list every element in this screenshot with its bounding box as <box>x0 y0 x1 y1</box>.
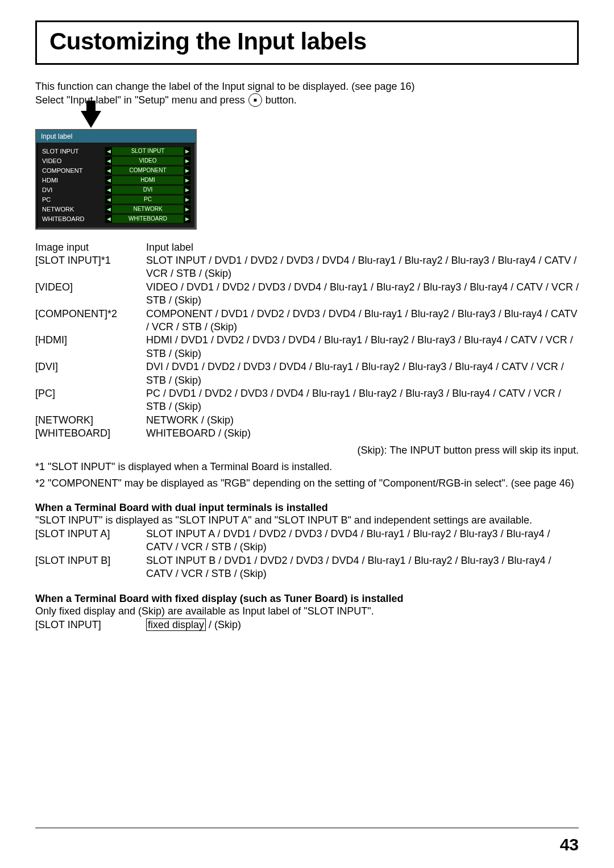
osd-value: VIDEO <box>112 157 184 165</box>
osd-value: NETWORK <box>112 205 184 213</box>
left-arrow-icon[interactable]: ◀ <box>105 215 112 223</box>
osd-title: Input label <box>36 130 196 143</box>
osd-value-pill[interactable]: ◀PC▶ <box>105 195 191 204</box>
row-key: [VIDEO] <box>35 281 146 308</box>
row-key: [SLOT INPUT] <box>35 618 146 632</box>
row-value: NETWORK / (Skip) <box>146 414 579 427</box>
osd-value-pill[interactable]: ◀WHITEBOARD▶ <box>105 214 191 223</box>
osd-row-name: COMPONENT <box>41 167 105 174</box>
osd-row: HDMI ◀HDMI▶ <box>41 176 191 185</box>
table-header-value: Input label <box>146 241 579 254</box>
table-row: [WHITEBOARD]WHITEBOARD / (Skip) <box>35 427 579 440</box>
osd-panel: Input label SLOT INPUT ◀SLOT INPUT▶ VIDE… <box>35 129 197 230</box>
intro-line-2b: button. <box>265 93 297 107</box>
osd-value: DVI <box>112 186 184 194</box>
osd-value: PC <box>112 196 184 203</box>
osd-value-pill[interactable]: ◀HDMI▶ <box>105 176 191 185</box>
input-label-table: Image input Input label [SLOT INPUT]*1SL… <box>35 241 579 441</box>
row-value: SLOT INPUT A / DVD1 / DVD2 / DVD3 / DVD4… <box>146 528 579 554</box>
table-row: [SLOT INPUT] fixed display / (Skip) <box>35 618 579 632</box>
osd-row: COMPONENT ◀COMPONENT▶ <box>41 166 191 175</box>
osd-value: SLOT INPUT <box>112 147 184 155</box>
row-key: [SLOT INPUT A] <box>35 528 146 554</box>
right-arrow-icon[interactable]: ▶ <box>184 176 190 184</box>
osd-row-name: HDMI <box>41 177 105 184</box>
fixed-display-heading: When a Terminal Board with fixed display… <box>35 593 579 605</box>
osd-row: PC ◀PC▶ <box>41 195 191 204</box>
osd-value-pill[interactable]: ◀SLOT INPUT▶ <box>105 147 191 156</box>
row-key: [PC] <box>35 387 146 414</box>
row-key: [NETWORK] <box>35 414 146 427</box>
intro-text: This function can change the label of th… <box>35 80 579 107</box>
action-button-icon <box>248 93 262 107</box>
osd-row: NETWORK ◀NETWORK▶ <box>41 205 191 214</box>
table-row: [SLOT INPUT B]SLOT INPUT B / DVD1 / DVD2… <box>35 554 579 581</box>
right-arrow-icon[interactable]: ▶ <box>184 186 190 194</box>
fixed-display-after: / (Skip) <box>206 619 241 630</box>
row-value: VIDEO / DVD1 / DVD2 / DVD3 / DVD4 / Blu-… <box>146 281 579 308</box>
row-value: SLOT INPUT / DVD1 / DVD2 / DVD3 / DVD4 /… <box>146 254 579 281</box>
row-value: fixed display / (Skip) <box>146 618 579 632</box>
table-header-key: Image input <box>35 241 146 254</box>
osd-row: DVI ◀DVI▶ <box>41 185 191 194</box>
osd-value-pill[interactable]: ◀COMPONENT▶ <box>105 166 191 175</box>
fixed-display-intro: Only fixed display and (Skip) are availa… <box>35 605 579 618</box>
row-key: [SLOT INPUT]*1 <box>35 254 146 281</box>
left-arrow-icon[interactable]: ◀ <box>105 176 112 184</box>
row-value: PC / DVD1 / DVD2 / DVD3 / DVD4 / Blu-ray… <box>146 387 579 414</box>
row-value: DVI / DVD1 / DVD2 / DVD3 / DVD4 / Blu-ra… <box>146 360 579 387</box>
row-key: [SLOT INPUT B] <box>35 554 146 581</box>
table-row: [SLOT INPUT A]SLOT INPUT A / DVD1 / DVD2… <box>35 528 579 554</box>
footer-rule <box>35 828 579 828</box>
down-arrow-icon <box>81 111 579 128</box>
osd-row-name: VIDEO <box>41 157 105 164</box>
osd-row: WHITEBOARD ◀WHITEBOARD▶ <box>41 214 191 223</box>
right-arrow-icon[interactable]: ▶ <box>184 196 190 203</box>
osd-value-pill[interactable]: ◀NETWORK▶ <box>105 205 191 214</box>
fixed-display-box: fixed display <box>146 618 206 632</box>
left-arrow-icon[interactable]: ◀ <box>105 205 112 213</box>
right-arrow-icon[interactable]: ▶ <box>184 205 190 213</box>
osd-row-name: PC <box>41 196 105 203</box>
right-arrow-icon[interactable]: ▶ <box>184 157 190 165</box>
table-row: [PC]PC / DVD1 / DVD2 / DVD3 / DVD4 / Blu… <box>35 387 579 414</box>
dual-input-intro: "SLOT INPUT" is displayed as "SLOT INPUT… <box>35 514 579 527</box>
osd-value: WHITEBOARD <box>112 215 184 223</box>
right-arrow-icon[interactable]: ▶ <box>184 215 190 223</box>
table-row: [VIDEO]VIDEO / DVD1 / DVD2 / DVD3 / DVD4… <box>35 281 579 308</box>
dual-input-heading: When a Terminal Board with dual input te… <box>35 502 579 514</box>
footnote-2: *2 "COMPONENT" may be displayed as "RGB"… <box>35 477 579 489</box>
table-row: [COMPONENT]*2COMPONENT / DVD1 / DVD2 / D… <box>35 308 579 334</box>
osd-row: SLOT INPUT ◀SLOT INPUT▶ <box>41 147 191 156</box>
left-arrow-icon[interactable]: ◀ <box>105 167 112 175</box>
row-value: HDMI / DVD1 / DVD2 / DVD3 / DVD4 / Blu-r… <box>146 334 579 360</box>
osd-body: SLOT INPUT ◀SLOT INPUT▶ VIDEO ◀VIDEO▶ CO… <box>36 143 196 229</box>
right-arrow-icon[interactable]: ▶ <box>184 167 190 175</box>
table-row: [NETWORK]NETWORK / (Skip) <box>35 414 579 427</box>
table-row: [HDMI]HDMI / DVD1 / DVD2 / DVD3 / DVD4 /… <box>35 334 579 360</box>
row-value: COMPONENT / DVD1 / DVD2 / DVD3 / DVD4 / … <box>146 308 579 334</box>
osd-row-name: NETWORK <box>41 206 105 213</box>
page-title: Customizing the Input labels <box>49 28 565 55</box>
page-number: 43 <box>560 835 579 854</box>
left-arrow-icon[interactable]: ◀ <box>105 157 112 165</box>
row-key: [COMPONENT]*2 <box>35 308 146 334</box>
page-title-box: Customizing the Input labels <box>35 20 579 65</box>
row-key: [HDMI] <box>35 334 146 360</box>
left-arrow-icon[interactable]: ◀ <box>105 147 112 155</box>
skip-note: (Skip): The INPUT button press will skip… <box>35 445 579 456</box>
table-row: [SLOT INPUT]*1SLOT INPUT / DVD1 / DVD2 /… <box>35 254 579 281</box>
left-arrow-icon[interactable]: ◀ <box>105 186 112 194</box>
intro-line-1: This function can change the label of th… <box>35 80 579 93</box>
intro-line-2a: Select "Input label" in "Setup" menu and… <box>35 93 245 107</box>
osd-row-name: DVI <box>41 186 105 193</box>
osd-row-name: SLOT INPUT <box>41 148 105 155</box>
row-value: SLOT INPUT B / DVD1 / DVD2 / DVD3 / DVD4… <box>146 554 579 581</box>
osd-value-pill[interactable]: ◀DVI▶ <box>105 185 191 194</box>
left-arrow-icon[interactable]: ◀ <box>105 196 112 203</box>
row-key: [DVI] <box>35 360 146 387</box>
osd-value-pill[interactable]: ◀VIDEO▶ <box>105 156 191 165</box>
right-arrow-icon[interactable]: ▶ <box>184 147 190 155</box>
osd-row-name: WHITEBOARD <box>41 215 105 222</box>
osd-value: COMPONENT <box>112 167 184 175</box>
